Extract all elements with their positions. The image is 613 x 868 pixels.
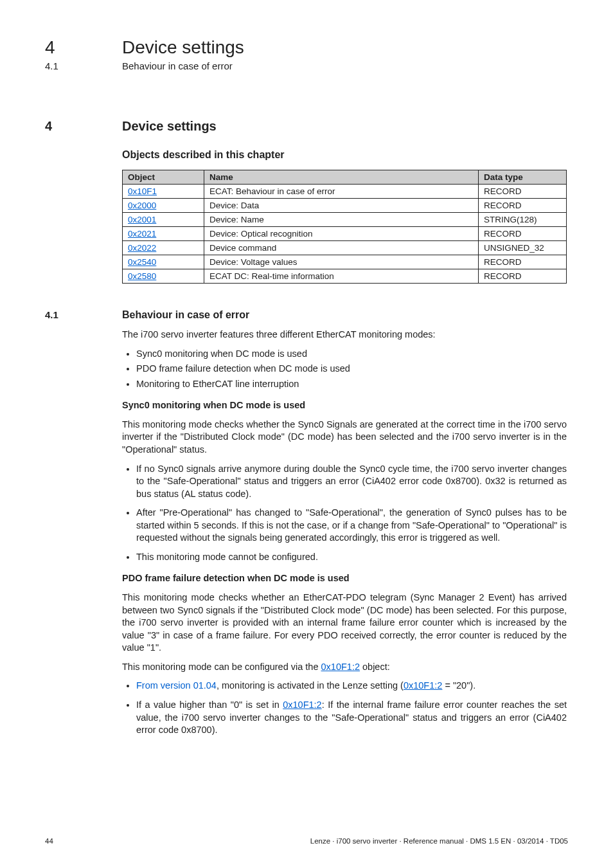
object-link[interactable]: 0x2000 — [128, 201, 156, 210]
th-name: Name — [204, 170, 479, 185]
object-link[interactable]: 0x10F1:2 — [283, 700, 321, 710]
object-link[interactable]: 0x2540 — [128, 257, 156, 267]
section-intro: The i700 servo inverter features three d… — [122, 329, 567, 341]
sync0-list: If no Sync0 signals arrive anymore durin… — [122, 463, 567, 564]
pdo-para: This monitoring mode checks whether an E… — [122, 592, 567, 655]
list-item: PDO frame failure detection when DC mode… — [136, 363, 567, 375]
pdo-heading: PDO frame failure detection when DC mode… — [122, 572, 567, 585]
list-item: If no Sync0 signals arrive anymore durin… — [136, 463, 567, 501]
text: If a value higher than "0" is set in — [136, 700, 283, 710]
cell-name: ECAT DC: Real-time information — [204, 269, 479, 284]
footer-info: Lenze · i700 servo inverter · Reference … — [310, 837, 568, 845]
page-number: 44 — [45, 837, 53, 845]
objects-table: Object Name Data type 0x10F1 ECAT: Behav… — [122, 170, 567, 284]
object-link[interactable]: 0x10F1:2 — [321, 662, 360, 672]
cell-name: Device: Voltage values — [204, 255, 479, 269]
text: object: — [360, 662, 390, 672]
table-row: 0x2540 Device: Voltage values RECORD — [123, 255, 567, 269]
cell-datatype: RECORD — [479, 185, 567, 199]
cell-name: Device: Data — [204, 199, 479, 213]
separator-line: _ _ _ _ _ _ _ _ _ _ _ _ _ _ _ _ _ _ _ _ … — [45, 86, 568, 96]
text: , monitoring is activated in the Lenze s… — [217, 680, 404, 691]
object-link[interactable]: 0x2022 — [128, 243, 156, 253]
cell-datatype: STRING(128) — [479, 213, 567, 227]
cell-name: Device command — [204, 241, 479, 255]
object-link[interactable]: 0x2580 — [128, 271, 156, 281]
object-link[interactable]: 0x2021 — [128, 229, 156, 239]
modes-list: Sync0 monitoring when DC mode is used PD… — [122, 348, 567, 391]
list-item: From version 01.04, monitoring is activa… — [136, 680, 567, 692]
header-chapter-title: Device settings — [122, 37, 244, 58]
cell-name: ECAT: Behaviour in case of error — [204, 185, 479, 199]
table-row: 0x2022 Device command UNSIGNED_32 — [123, 241, 567, 255]
pdo-list: From version 01.04, monitoring is activa… — [122, 680, 567, 736]
object-link[interactable]: 0x2001 — [128, 215, 156, 224]
th-object: Object — [123, 170, 204, 185]
table-row: 0x2580 ECAT DC: Real-time information RE… — [123, 269, 567, 284]
cell-datatype: RECORD — [479, 255, 567, 269]
text: This monitoring mode can be configured v… — [122, 662, 321, 672]
text: = "20"). — [442, 680, 475, 691]
table-row: 0x2000 Device: Data RECORD — [123, 199, 567, 213]
table-row: 0x2021 Device: Optical recognition RECOR… — [123, 227, 567, 241]
cell-datatype: RECORD — [479, 269, 567, 284]
section-title: Behaviour in case of error — [122, 309, 249, 321]
table-header-row: Object Name Data type — [123, 170, 567, 185]
main-heading-title: Device settings — [122, 119, 217, 134]
sync0-para: This monitoring mode checks whether the … — [122, 419, 567, 457]
cell-name: Device: Optical recognition — [204, 227, 479, 241]
list-item: Sync0 monitoring when DC mode is used — [136, 348, 567, 361]
table-row: 0x10F1 ECAT: Behaviour in case of error … — [123, 185, 567, 199]
object-link[interactable]: 0x10F1 — [128, 186, 157, 196]
table-row: 0x2001 Device: Name STRING(128) — [123, 213, 567, 227]
header-chapter-num: 4 — [45, 37, 122, 58]
object-link[interactable]: 0x10F1:2 — [404, 680, 442, 691]
objects-heading: Objects described in this chapter — [122, 149, 568, 161]
list-item: This monitoring mode cannot be configure… — [136, 551, 567, 564]
version-note: From version 01.04 — [136, 680, 217, 691]
main-heading-num: 4 — [45, 119, 122, 134]
cell-datatype: RECORD — [479, 227, 567, 241]
list-item: Monitoring to EtherCAT line interruption — [136, 378, 567, 391]
cell-datatype: UNSIGNED_32 — [479, 241, 567, 255]
th-datatype: Data type — [479, 170, 567, 185]
cell-name: Device: Name — [204, 213, 479, 227]
header-section-title: Behaviour in case of error — [122, 60, 233, 71]
header-section-num: 4.1 — [45, 60, 122, 71]
list-item: If a value higher than "0" is set in 0x1… — [136, 699, 567, 737]
section-num: 4.1 — [45, 309, 122, 320]
cell-datatype: RECORD — [479, 199, 567, 213]
sync0-heading: Sync0 monitoring when DC mode is used — [122, 399, 567, 412]
list-item: After "Pre-Operational" has changed to "… — [136, 507, 567, 545]
pdo-conf-line: This monitoring mode can be configured v… — [122, 661, 567, 674]
